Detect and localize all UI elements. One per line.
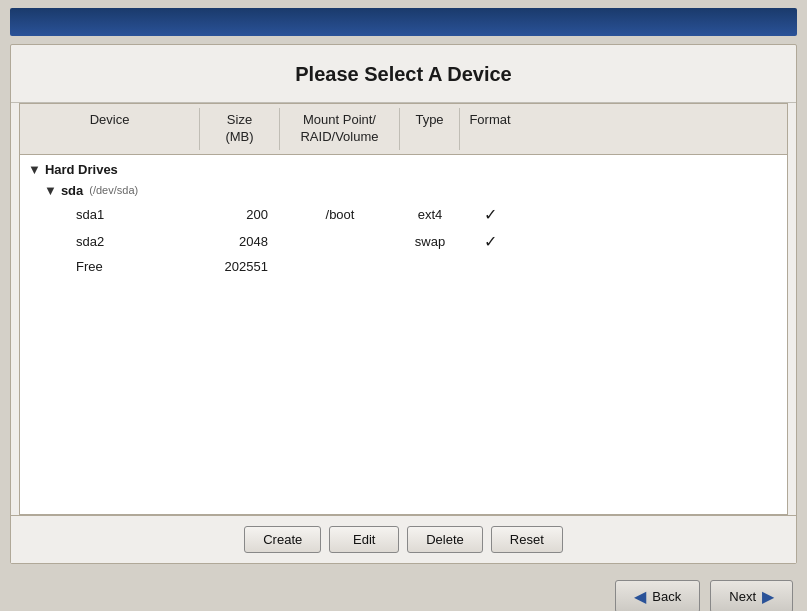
next-arrow-icon: ▶ [762, 587, 774, 606]
next-label: Next [729, 589, 756, 604]
check-icon-sda1: ✓ [484, 206, 497, 223]
cell-sda1-name: sda1 [20, 205, 200, 224]
cell-free-format [460, 264, 520, 268]
bottom-bar: ◀ Back Next ▶ [0, 572, 807, 611]
cell-sda1-mount: /boot [280, 205, 400, 224]
col-type: Type [400, 108, 460, 150]
cell-sda2-type: swap [400, 232, 460, 251]
cell-free-name: Free [20, 257, 200, 276]
toggle-sda-icon: ▼ [44, 183, 57, 198]
group-hard-drives[interactable]: ▼ Hard Drives [20, 159, 787, 180]
create-button[interactable]: Create [244, 526, 321, 553]
cell-sda1-size: 200 [200, 205, 280, 224]
col-device: Device [20, 108, 200, 150]
table-body: ▼ Hard Drives ▼ sda (/dev/sda) sda1 200 … [20, 155, 787, 282]
sda-path: (/dev/sda) [89, 184, 138, 196]
back-arrow-icon: ◀ [634, 587, 646, 606]
col-format: Format [460, 108, 520, 150]
cell-sda1-format: ✓ [460, 203, 520, 226]
reset-button[interactable]: Reset [491, 526, 563, 553]
next-button[interactable]: Next ▶ [710, 580, 793, 611]
table-row[interactable]: sda1 200 /boot ext4 ✓ [20, 201, 787, 228]
group-hard-drives-label: Hard Drives [45, 162, 118, 177]
cell-free-mount [280, 264, 400, 268]
cell-free-size: 202551 [200, 257, 280, 276]
main-panel: Please Select A Device Device Size(MB) M… [10, 44, 797, 564]
cell-sda1-type: ext4 [400, 205, 460, 224]
action-bar: Create Edit Delete Reset [11, 515, 796, 563]
table-row[interactable]: sda2 2048 swap ✓ [20, 228, 787, 255]
cell-sda2-size: 2048 [200, 232, 280, 251]
title-area: Please Select A Device [11, 45, 796, 103]
page-title: Please Select A Device [31, 63, 776, 86]
edit-button[interactable]: Edit [329, 526, 399, 553]
cell-sda2-format: ✓ [460, 230, 520, 253]
col-mount: Mount Point/RAID/Volume [280, 108, 400, 150]
table-header: Device Size(MB) Mount Point/RAID/Volume … [20, 104, 787, 155]
check-icon-sda2: ✓ [484, 233, 497, 250]
back-button[interactable]: ◀ Back [615, 580, 700, 611]
toggle-hard-drives-icon: ▼ [28, 162, 41, 177]
back-label: Back [652, 589, 681, 604]
cell-sda2-mount [280, 239, 400, 243]
col-size: Size(MB) [200, 108, 280, 150]
sda-label: sda [61, 183, 83, 198]
delete-button[interactable]: Delete [407, 526, 483, 553]
top-bar [10, 8, 797, 36]
table-row[interactable]: Free 202551 [20, 255, 787, 278]
subgroup-sda[interactable]: ▼ sda (/dev/sda) [20, 180, 787, 201]
cell-free-type [400, 264, 460, 268]
cell-sda2-name: sda2 [20, 232, 200, 251]
device-table: Device Size(MB) Mount Point/RAID/Volume … [19, 103, 788, 515]
